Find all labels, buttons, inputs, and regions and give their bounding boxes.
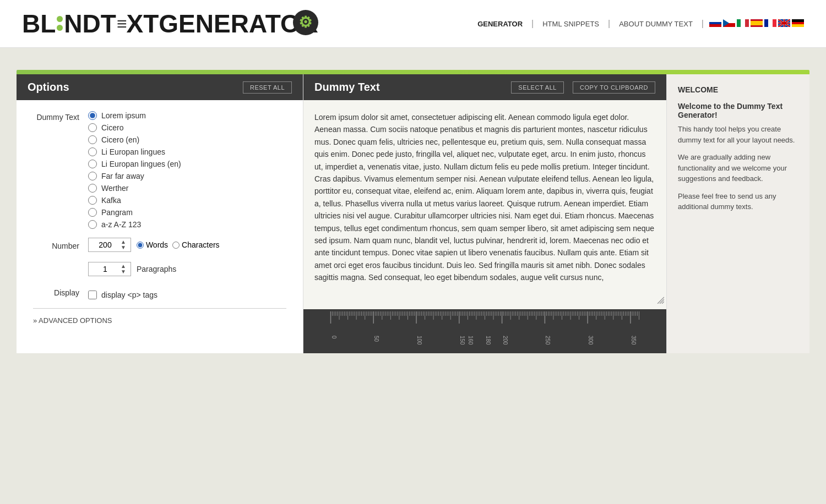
copy-to-clipboard-button[interactable]: COPY TO CLIPBOARD [573,81,655,94]
radio-far-far-away[interactable]: Far far away [88,172,181,180]
dummy-text-panel: Dummy Text SELECT ALL COPY TO CLIPBOARD … [303,74,666,353]
display-row: Display display <p> tags [33,284,286,299]
svg-rect-24 [792,19,804,22]
svg-rect-1 [709,22,721,24]
dummy-text-label: Dummy Text [33,111,88,122]
radio-cicero[interactable]: Cicero [88,123,181,132]
flag-fr[interactable] [764,19,776,29]
radio-werther[interactable]: Werther [88,184,181,193]
welcome-panel: WELCOME Welcome to the Dummy Text Genera… [666,74,809,353]
flag-de[interactable] [792,19,804,29]
logo-ndt: NDT [64,11,116,36]
dummy-text-header: Dummy Text SELECT ALL COPY TO CLIPBOARD [303,74,666,100]
svg-rect-25 [792,22,804,24]
main-nav: GENERATOR | HTML SNIPPETS | ABOUT DUMMY … [469,19,804,29]
svg-rect-9 [751,19,763,21]
advanced-options-link[interactable]: » ADVANCED OPTIONS [33,316,112,325]
logo: BL NDT ≡ XTGENERATOR ⚙ [22,11,318,36]
flag-es[interactable] [751,19,763,29]
dummy-text-title: Dummy Text [314,81,502,94]
display-p-tags-label[interactable]: display <p> tags [88,291,157,299]
welcome-subtitle: Welcome to the Dummy Text Generator! [678,102,798,119]
svg-rect-12 [764,19,768,27]
display-p-tags-checkbox[interactable] [88,291,97,299]
svg-text:50: 50 [373,336,379,342]
svg-text:100: 100 [416,336,422,345]
flag-it[interactable] [737,19,749,29]
dummy-text-content: Lorem ipsum dolor sit amet, consectetuer… [303,100,666,309]
characters-radio[interactable]: Characters [172,240,219,249]
svg-line-29 [662,302,664,304]
number-input-wrap: ▲ ▼ [88,238,131,252]
display-label: Display [33,287,88,297]
svg-rect-0 [709,19,721,22]
radio-li-europan-en[interactable]: Li Europan lingues (en) [88,160,181,168]
svg-text:180: 180 [485,336,491,345]
options-header: Options RESET ALL [17,74,303,100]
welcome-para-2: We are gradually adding new functionalit… [678,152,798,184]
flag-uk[interactable] [778,19,790,29]
number-input[interactable] [92,240,118,249]
options-panel: Options RESET ALL Dummy Text Lorem ipsum… [17,74,303,353]
nav-html-snippets[interactable]: HTML SNIPPETS [534,20,608,28]
svg-text:200: 200 [502,336,508,345]
flag-cz[interactable] [723,19,735,29]
svg-rect-13 [768,19,773,27]
language-flags [704,19,804,29]
svg-text:0: 0 [331,336,337,339]
paragraphs-label: Paragraphs [137,265,176,273]
options-body: Dummy Text Lorem ipsum Cicero Cicero [17,100,303,336]
svg-line-28 [660,299,664,304]
svg-rect-11 [751,25,763,27]
svg-rect-26 [792,24,804,27]
svg-rect-8 [745,19,749,27]
welcome-para-3: Please feel free to send us any addition… [678,191,798,212]
number-label: Number [33,240,88,250]
svg-rect-10 [751,21,763,25]
text-type-radio-group: Lorem ipsum Cicero Cicero (en) Li E [88,111,181,229]
paragraphs-row: ▲ ▼ Paragraphs [33,258,286,276]
main-content: Options RESET ALL Dummy Text Lorem ipsum… [0,48,826,370]
number-down-button[interactable]: ▼ [119,245,127,250]
options-divider [33,308,286,309]
words-radio[interactable]: Words [137,240,168,249]
paragraphs-input[interactable] [92,265,118,273]
svg-rect-7 [741,19,745,27]
ruler-svg: 050100150160180200250300350 [303,311,666,353]
nav-generator[interactable]: GENERATOR [469,20,531,28]
number-controls: ▲ ▼ Words Characters [88,238,220,252]
resize-handle[interactable] [655,295,664,307]
svg-text:300: 300 [588,336,594,345]
word-chars-options: Words Characters [137,240,220,249]
welcome-para-1: This handy tool helps you create dummy t… [678,124,798,145]
radio-lorem-ipsum[interactable]: Lorem ipsum [88,111,181,120]
panels: Options RESET ALL Dummy Text Lorem ipsum… [17,74,809,353]
svg-rect-6 [737,19,741,27]
paragraphs-spacer [33,266,88,268]
welcome-heading: WELCOME [678,85,798,94]
reset-all-button[interactable]: RESET ALL [243,81,292,94]
paragraphs-down-button[interactable]: ▼ [119,269,127,275]
svg-rect-14 [773,19,776,27]
radio-cicero-en[interactable]: Cicero (en) [88,135,181,144]
nav-about[interactable]: ABOUT DUMMY TEXT [610,20,702,28]
radio-li-europan[interactable]: Li Europan lingues [88,147,181,156]
paragraphs-input-wrap: ▲ ▼ [88,262,131,276]
dummy-text-row: Dummy Text Lorem ipsum Cicero Cicero [33,111,286,229]
svg-text:160: 160 [468,336,474,345]
radio-kafka[interactable]: Kafka [88,196,181,205]
gear-icon: ⚙ [293,10,318,35]
ruler: 050100150160180200250300350 [303,309,666,353]
display-controls: display <p> tags [88,291,157,299]
number-row: Number ▲ ▼ Words [33,238,286,252]
paragraphs-controls: ▲ ▼ Paragraphs [88,262,176,276]
flag-ru[interactable] [709,19,721,29]
options-title: Options [28,81,69,94]
radio-pangram[interactable]: Pangram [88,208,181,217]
header: BL NDT ≡ XTGENERATOR ⚙ GENERATOR | HTML … [0,0,826,48]
logo-xt-start: XTGENERATOR [127,11,318,36]
select-all-button[interactable]: SELECT ALL [511,81,564,94]
radio-az[interactable]: a-z A-Z 123 [88,220,181,229]
logo-bl: BL [22,11,56,36]
green-bar [17,70,809,74]
